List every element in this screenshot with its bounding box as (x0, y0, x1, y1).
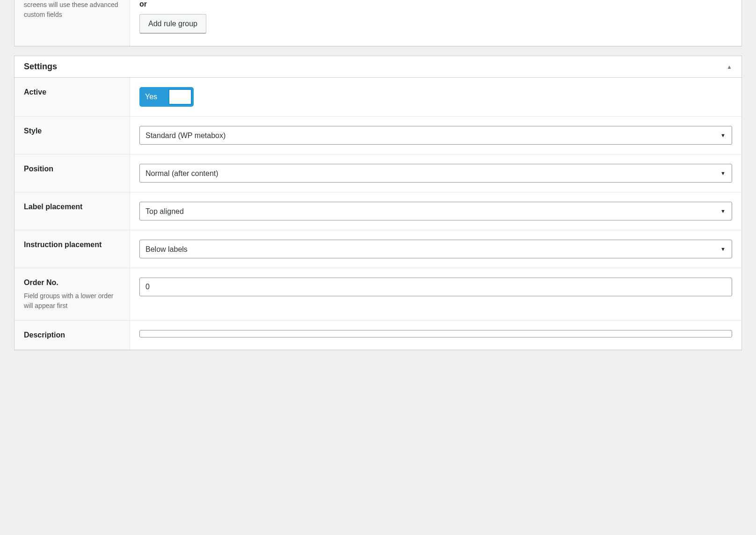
position-input-cell: Normal (after content) (130, 154, 741, 192)
description-label-cell: Description (15, 321, 130, 350)
instruction-placement-row: Instruction placement Below labels (15, 230, 741, 268)
active-toggle[interactable]: Yes (139, 87, 194, 107)
description-row: Description (15, 321, 741, 350)
collapse-icon[interactable]: ▲ (727, 64, 732, 70)
label-placement-label-cell: Label placement (15, 192, 130, 230)
style-label-cell: Style (15, 117, 130, 154)
style-row: Style Standard (WP metabox) (15, 117, 741, 154)
position-row: Position Normal (after content) (15, 154, 741, 192)
label-placement-select[interactable]: Top aligned (139, 202, 732, 220)
order-no-row: Order No. Field groups with a lower orde… (15, 268, 741, 320)
toggle-handle (168, 89, 192, 105)
active-toggle-label: Yes (141, 93, 162, 101)
instruction-placement-label-cell: Instruction placement (15, 230, 130, 268)
style-input-cell: Standard (WP metabox) (130, 117, 741, 154)
add-rule-group-button[interactable]: Add rule group (139, 14, 206, 34)
order-no-input[interactable] (139, 278, 732, 296)
location-panel: screens will use these advanced custom f… (14, 0, 742, 46)
location-description: screens will use these advanced custom f… (24, 0, 120, 20)
active-label: Active (24, 87, 120, 97)
order-no-description: Field groups with a lower order will app… (24, 291, 120, 311)
description-input-cell (130, 321, 741, 350)
location-rules-row: screens will use these advanced custom f… (15, 0, 741, 46)
position-label: Position (24, 164, 120, 174)
position-label-cell: Position (15, 154, 130, 192)
active-input-cell: Yes (130, 78, 741, 116)
description-label: Description (24, 330, 120, 340)
order-no-input-cell (130, 268, 741, 320)
active-row: Active Yes (15, 78, 741, 117)
position-select[interactable]: Normal (after content) (139, 164, 732, 183)
order-no-label: Order No. (24, 278, 120, 288)
label-placement-label: Label placement (24, 202, 120, 212)
instruction-placement-label: Instruction placement (24, 240, 120, 250)
style-label: Style (24, 126, 120, 136)
location-input-cell: or Add rule group (130, 0, 741, 46)
label-placement-row: Label placement Top aligned (15, 192, 741, 230)
or-text: or (139, 0, 732, 8)
instruction-placement-input-cell: Below labels (130, 230, 741, 268)
settings-panel-header[interactable]: Settings ▲ (15, 56, 741, 78)
settings-panel-title: Settings (24, 62, 57, 72)
active-label-cell: Active (15, 78, 130, 116)
description-input[interactable] (139, 330, 732, 337)
style-select[interactable]: Standard (WP metabox) (139, 126, 732, 145)
order-no-label-cell: Order No. Field groups with a lower orde… (15, 268, 130, 320)
settings-panel: Settings ▲ Active Yes Style (14, 56, 742, 350)
label-placement-input-cell: Top aligned (130, 192, 741, 230)
instruction-placement-select[interactable]: Below labels (139, 240, 732, 258)
location-label-cell: screens will use these advanced custom f… (15, 0, 130, 46)
